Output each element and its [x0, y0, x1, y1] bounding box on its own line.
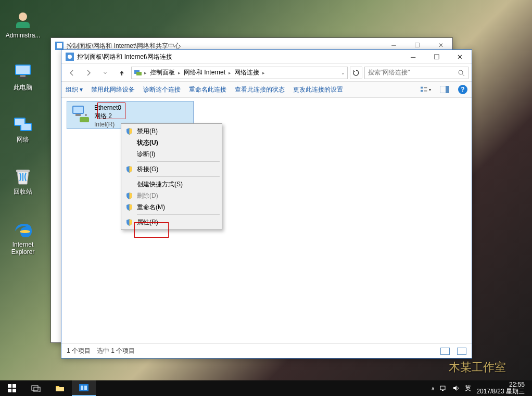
refresh-button[interactable]	[350, 67, 362, 79]
view-status-button[interactable]: 查看此连接的状态	[235, 85, 285, 94]
svg-rect-24	[446, 86, 449, 93]
svg-rect-32	[8, 389, 11, 392]
svg-rect-22	[424, 91, 427, 92]
svg-rect-38	[81, 386, 83, 390]
svg-rect-40	[440, 386, 445, 390]
diagnose-button[interactable]: 诊断这个连接	[143, 85, 181, 94]
menu-item-label: 诊断(I)	[137, 150, 155, 159]
menu-separator	[137, 214, 220, 215]
menu-item-label: 属性(R)	[137, 218, 158, 227]
watermark: 木某工作室	[449, 360, 506, 375]
taskbar[interactable]: ∧ 英 22:55 2017/8/23 星期三	[0, 380, 532, 396]
svg-rect-4	[18, 77, 28, 79]
navigation-bar: ▸ 控制面板 ▸ 网络和 Internet ▸ 网络连接 ▸ ⌄ 搜索"网络连接…	[61, 63, 472, 81]
menu-item-label: 删除(D)	[137, 191, 158, 200]
breadcrumb-item[interactable]: 网络和 Internet	[181, 68, 229, 77]
forward-button[interactable]	[81, 66, 96, 80]
tray-expand-icon[interactable]: ∧	[431, 386, 435, 391]
network-connections-icon	[134, 69, 142, 77]
svg-rect-39	[84, 386, 87, 390]
icon	[12, 219, 34, 240]
adapter-device: Intel(R)	[94, 120, 121, 129]
menu-item[interactable]: 重命名(M)	[122, 201, 221, 213]
menu-item[interactable]: 状态(U)	[122, 137, 221, 148]
shield-icon	[125, 219, 133, 226]
svg-point-14	[68, 55, 72, 59]
svg-rect-31	[12, 384, 16, 388]
svg-rect-26	[73, 107, 83, 113]
address-bar[interactable]: ▸ 控制面板 ▸ 网络和 Internet ▸ 网络连接 ▸ ⌄	[131, 67, 348, 79]
back-button[interactable]	[65, 66, 79, 80]
svg-rect-33	[12, 389, 16, 392]
icon	[12, 9, 34, 31]
svg-point-0	[19, 12, 27, 21]
menu-item[interactable]: 属性(R)	[122, 216, 221, 228]
desktop-icon-administra[interactable]: Administra...	[4, 9, 42, 40]
volume-icon[interactable]	[452, 385, 460, 392]
svg-rect-8	[21, 124, 31, 130]
minimize-button[interactable]: ─	[401, 50, 425, 63]
large-icons-view-icon[interactable]	[457, 348, 466, 355]
taskbar-clock[interactable]: 22:55 2017/8/23 星期三	[476, 381, 528, 395]
preview-pane-button[interactable]	[439, 84, 450, 95]
maximize-button[interactable]: ☐	[425, 50, 448, 63]
details-view-icon[interactable]	[440, 348, 450, 355]
icon-label: Internet Explorer	[4, 241, 42, 256]
clock-date: 2017/8/23 星期三	[476, 388, 525, 395]
chevron-right-icon: ▸	[262, 70, 265, 75]
desktop-icon-[interactable]: 回收站	[4, 165, 42, 196]
menu-item: 删除(D)	[122, 190, 221, 201]
start-button[interactable]	[0, 380, 24, 396]
control-panel-taskbar-button[interactable]	[72, 380, 96, 396]
status-bar: 1 个项目 选中 1 个项目	[61, 343, 472, 358]
svg-rect-3	[20, 75, 26, 77]
svg-point-10	[20, 230, 30, 233]
menu-separator	[137, 176, 220, 177]
menu-item[interactable]: 创建快捷方式(S)	[122, 178, 221, 190]
disable-device-button[interactable]: 禁用此网络设备	[91, 85, 135, 94]
search-input[interactable]: 搜索"网络连接"	[364, 67, 468, 79]
icon-label: 回收站	[4, 188, 42, 196]
network-tray-icon[interactable]	[440, 385, 447, 392]
svg-rect-41	[442, 390, 444, 391]
system-tray: ∧ 英 22:55 2017/8/23 星期三	[427, 381, 532, 395]
recent-dropdown[interactable]	[98, 66, 112, 80]
desktop-icon-[interactable]: 此电脑	[4, 61, 42, 92]
desktop-icon-internetexplorer[interactable]: Internet Explorer	[4, 219, 42, 256]
shield-icon	[125, 127, 133, 135]
svg-rect-21	[424, 87, 427, 88]
window-title: 控制面板\网络和 Internet\网络和共享中心	[67, 42, 181, 50]
up-button[interactable]	[115, 66, 129, 80]
menu-item[interactable]: 诊断(I)	[122, 148, 221, 160]
menu-item-label: 创建快捷方式(S)	[137, 180, 183, 189]
rename-button[interactable]: 重命名此连接	[189, 85, 226, 94]
context-menu: 禁用(B)状态(U)诊断(I)桥接(G)创建快捷方式(S)删除(D)重命名(M)…	[121, 123, 222, 230]
dropdown-icon[interactable]: ⌄	[341, 70, 345, 75]
desktop-icon-[interactable]: 网络	[4, 113, 42, 144]
change-settings-button[interactable]: 更改此连接的设置	[293, 85, 343, 94]
control-panel-icon	[66, 53, 74, 61]
svg-rect-19	[421, 87, 423, 89]
icon-label: 网络	[4, 136, 42, 144]
file-explorer-button[interactable]	[48, 380, 72, 396]
svg-rect-35	[34, 387, 40, 392]
close-button[interactable]: ✕	[448, 50, 472, 63]
search-placeholder: 搜索"网络连接"	[368, 68, 410, 77]
menu-item[interactable]: 禁用(B)	[122, 125, 221, 137]
task-view-button[interactable]	[24, 380, 48, 396]
svg-rect-12	[57, 43, 62, 48]
organize-button[interactable]: 组织 ▾	[66, 85, 83, 94]
breadcrumb-item[interactable]: 控制面板	[147, 68, 178, 77]
svg-rect-28	[80, 117, 89, 122]
shield-icon	[125, 165, 133, 173]
help-button[interactable]: ?	[458, 85, 467, 94]
view-options-button[interactable]: ▾	[421, 84, 431, 95]
command-bar: 组织 ▾ 禁用此网络设备 诊断这个连接 重命名此连接 查看此连接的状态 更改此连…	[61, 81, 472, 98]
menu-item[interactable]: 桥接(G)	[122, 163, 221, 175]
breadcrumb-item[interactable]: 网络连接	[231, 68, 262, 77]
adapter-name: Ethernet0	[94, 104, 121, 112]
network-adapter-icon	[70, 104, 91, 124]
svg-rect-34	[32, 386, 38, 390]
ime-indicator[interactable]: 英	[465, 384, 471, 393]
menu-item-label: 桥接(G)	[137, 165, 158, 174]
